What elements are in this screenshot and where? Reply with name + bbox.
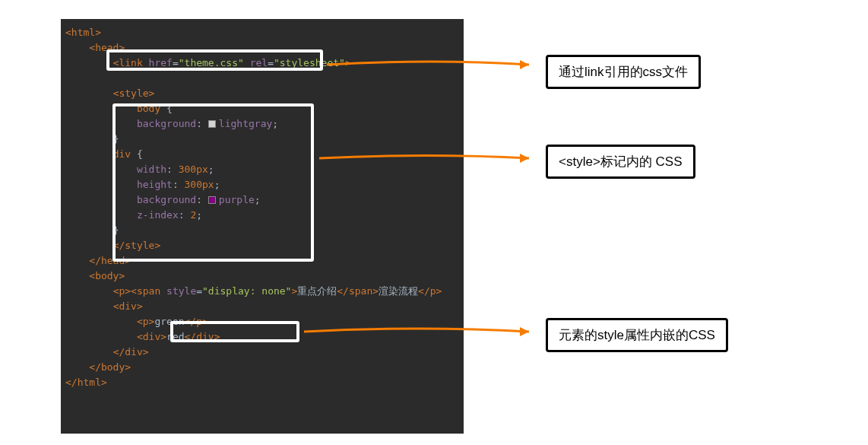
code-line: height: 300px;	[65, 177, 459, 192]
arrow-icon	[325, 57, 538, 72]
code-line: <p><span style="display: none">重点介绍</spa…	[65, 284, 459, 299]
arrow-icon	[303, 324, 538, 339]
code-line: <head>	[65, 40, 459, 56]
code-editor: <html> <head> <link href="theme.css" rel…	[61, 19, 464, 434]
color-swatch-lightgray	[208, 120, 216, 128]
svg-marker-1	[520, 154, 529, 163]
code-line: </head>	[65, 253, 459, 269]
code-line: </style>	[65, 238, 459, 253]
code-line: <style>	[65, 86, 459, 101]
code-line: background: purple;	[65, 192, 459, 208]
code-line: }	[65, 223, 459, 238]
svg-marker-0	[520, 60, 529, 69]
annotation-label-style: <style>标记内的 CSS	[546, 145, 695, 179]
code-line: </div>	[65, 345, 459, 360]
code-line: background: lightgray;	[65, 116, 459, 132]
code-line: z-index: 2;	[65, 208, 459, 223]
arrow-icon	[318, 151, 538, 166]
annotation-label-inline: 元素的style属性内嵌的CSS	[546, 318, 728, 352]
code-line: }	[65, 132, 459, 147]
code-line	[65, 71, 459, 86]
annotation-label-link: 通过link引用的css文件	[546, 55, 701, 89]
code-line: <body>	[65, 269, 459, 284]
code-line: body {	[65, 101, 459, 116]
code-line: <div>	[65, 299, 459, 314]
color-swatch-purple	[208, 196, 216, 204]
code-line: <html>	[65, 25, 459, 40]
svg-marker-2	[520, 327, 529, 336]
code-line: </html>	[65, 375, 459, 390]
code-line: </body>	[65, 360, 459, 375]
